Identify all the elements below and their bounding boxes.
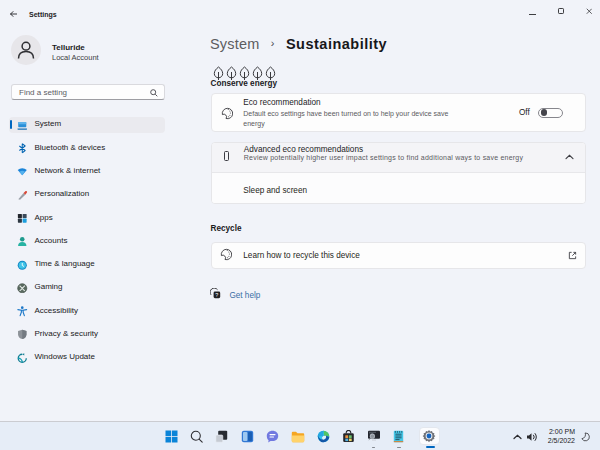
- svg-text:?: ?: [215, 292, 218, 298]
